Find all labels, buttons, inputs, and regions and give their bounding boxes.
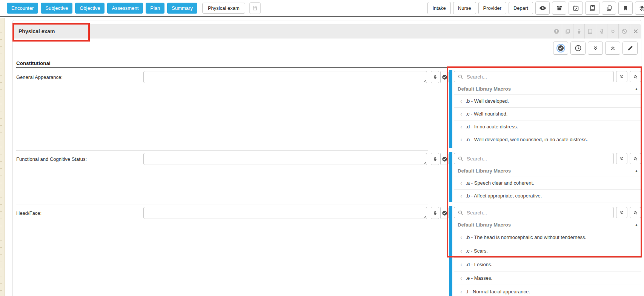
double-chevron-up-icon: [633, 74, 638, 79]
tab-assessment[interactable]: Assessment: [107, 3, 143, 14]
macro-label: .b - Well developed.: [466, 98, 509, 104]
panel-header-icons: ?: [551, 24, 641, 39]
book-button[interactable]: [585, 2, 599, 15]
macro-panel-accent-bar: [449, 152, 452, 202]
dictate-field-button[interactable]: [431, 71, 439, 83]
macro-group-header[interactable]: Default Library Macros ▲: [454, 84, 641, 94]
macro-item[interactable]: ‹.d - In no acute distress.: [454, 120, 641, 133]
expand-macros-button[interactable]: [616, 153, 627, 164]
provider-button[interactable]: Provider: [478, 2, 506, 14]
expand-macros-button[interactable]: [616, 207, 627, 218]
edit-button[interactable]: [622, 42, 638, 55]
dictate-field-button[interactable]: [431, 207, 439, 219]
bookmark-button[interactable]: [618, 2, 633, 15]
macro-item[interactable]: ‹.f - Normal facial appearance.: [454, 285, 641, 296]
gear-icon: [639, 5, 644, 12]
functional-cognitive-status-textarea[interactable]: [143, 153, 427, 165]
pencil-icon: [627, 45, 633, 51]
macro-item[interactable]: ‹.n - Well developed, well nourished, in…: [454, 133, 641, 146]
help-button[interactable]: ?: [551, 24, 562, 39]
macro-item[interactable]: ‹.e - Masses.: [454, 271, 641, 285]
general-appearance-textarea[interactable]: [143, 71, 427, 83]
dictate-field-button[interactable]: [431, 153, 439, 165]
eye-button[interactable]: [535, 2, 550, 15]
row-divider: [16, 150, 428, 151]
calendar-check-button[interactable]: [569, 2, 583, 15]
double-chevron-up-icon: [633, 210, 638, 215]
microphone-icon: [433, 157, 438, 162]
help-circle-icon: ?: [553, 28, 559, 34]
close-button[interactable]: [630, 24, 641, 39]
macro-search-input[interactable]: [466, 210, 610, 216]
field-label: Functional and Cognitive Status:: [16, 156, 87, 162]
macro-search-box: [454, 207, 614, 218]
chevron-left-icon: ‹: [460, 111, 462, 117]
close-icon: [633, 29, 638, 34]
tab-physical-exam[interactable]: Physical exam: [202, 3, 245, 14]
top-navigation-bar: Encounter Subjective Objective Assessmen…: [0, 0, 644, 17]
macro-search-input[interactable]: [466, 74, 610, 80]
tab-subjective[interactable]: Subjective: [41, 3, 72, 14]
section-divider: [16, 67, 641, 68]
row-divider: [16, 205, 428, 205]
macro-label: .d - In no acute distress.: [466, 124, 518, 130]
left-ruler-strip: [0, 18, 5, 296]
macro-item[interactable]: ‹.b - The head is normocephalic and with…: [454, 231, 641, 244]
nurse-button[interactable]: Nurse: [453, 2, 476, 14]
archive-icon: [556, 5, 563, 11]
macro-search-box: [454, 71, 614, 82]
delete-button[interactable]: [573, 24, 584, 39]
macro-label: .c - Scars.: [466, 248, 488, 254]
collapse-macros-button[interactable]: [630, 153, 641, 164]
macro-search-input[interactable]: [466, 156, 610, 162]
expand-macros-button[interactable]: [616, 71, 627, 82]
disable-button[interactable]: [618, 24, 630, 39]
archive-button[interactable]: [552, 2, 566, 15]
collapse-section-button[interactable]: [607, 24, 618, 39]
double-chevron-down-icon: [610, 29, 616, 34]
tab-encounter[interactable]: Encounter: [7, 3, 38, 14]
head-face-textarea[interactable]: [143, 207, 427, 219]
depart-button[interactable]: Depart: [509, 2, 533, 14]
macro-item[interactable]: ‹.d - Lesions.: [454, 258, 641, 271]
chevron-left-icon: ‹: [460, 234, 462, 240]
history-button[interactable]: [570, 42, 586, 55]
tab-summary[interactable]: Summary: [167, 3, 197, 14]
macro-item[interactable]: ‹.c - Well nourished.: [454, 108, 641, 120]
macro-item[interactable]: ‹.b - Affect appropriate, cooperative.: [454, 190, 641, 202]
macro-item[interactable]: ‹.b - Well developed.: [454, 95, 641, 108]
gear-button[interactable]: [635, 2, 644, 15]
intake-button[interactable]: Intake: [427, 2, 450, 14]
save-button[interactable]: [249, 2, 261, 14]
nav-tabs: Encounter Subjective Objective Assessmen…: [7, 2, 261, 14]
macro-group-header[interactable]: Default Library Macros ▲: [454, 220, 641, 230]
trash-icon: [576, 29, 582, 34]
normal-field-button[interactable]: [440, 71, 449, 83]
macro-label: .b - The head is normocephalic and witho…: [466, 234, 586, 240]
svg-text:?: ?: [555, 29, 557, 33]
macro-item[interactable]: ‹.c - Scars.: [454, 244, 641, 258]
macro-label: .f - Normal facial appearance.: [466, 289, 530, 294]
microphone-icon: [433, 211, 438, 216]
normal-field-button[interactable]: [440, 207, 449, 219]
copy-button[interactable]: [602, 2, 616, 15]
expand-all-button[interactable]: [588, 42, 603, 55]
collapse-macros-button[interactable]: [630, 207, 641, 218]
tab-objective[interactable]: Objective: [75, 3, 105, 14]
collapse-macros-button[interactable]: [630, 71, 641, 82]
mark-normal-button[interactable]: [553, 42, 568, 55]
microphone-icon: [599, 28, 605, 34]
macro-label: .e - Masses.: [466, 275, 492, 281]
collapse-all-button[interactable]: [605, 42, 620, 55]
tab-plan[interactable]: Plan: [146, 3, 164, 14]
macro-search-box: [454, 153, 614, 164]
library-button[interactable]: [584, 24, 596, 39]
dictate-button[interactable]: [596, 24, 607, 39]
macro-item[interactable]: ‹.a - Speech clear and coherent.: [454, 177, 641, 190]
chevron-left-icon: ‹: [460, 137, 462, 143]
calendar-check-icon: [573, 5, 579, 11]
copy-note-button[interactable]: [562, 24, 573, 39]
field-label: Head/Face:: [16, 210, 41, 216]
normal-field-button[interactable]: [440, 153, 449, 165]
macro-group-header[interactable]: Default Library Macros ▲: [454, 166, 641, 176]
